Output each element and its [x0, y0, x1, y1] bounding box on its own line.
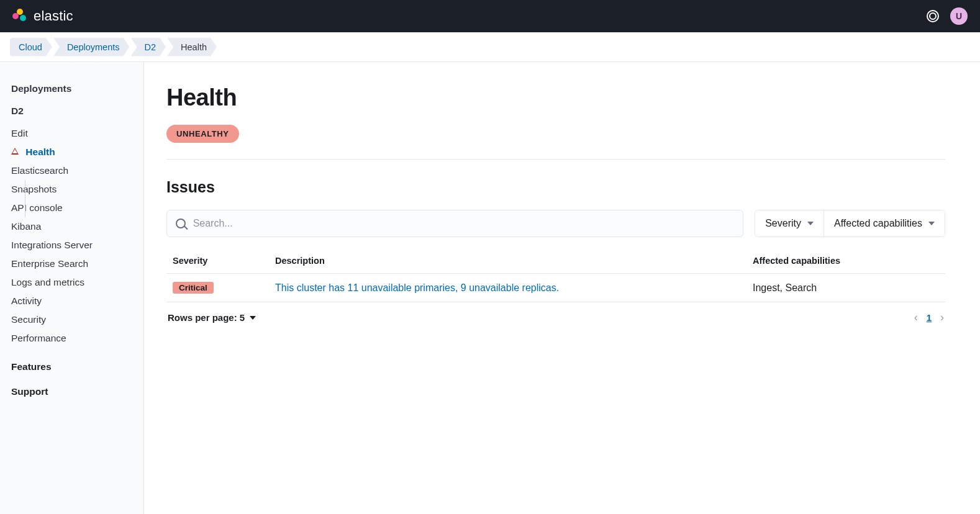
- col-description[interactable]: Description: [269, 248, 746, 274]
- sidebar-section-label: Features: [11, 361, 52, 372]
- sidebar-item-elasticsearch[interactable]: Elasticsearch: [11, 161, 132, 180]
- filter-label: Affected capabilities: [834, 218, 922, 229]
- user-avatar[interactable]: U: [950, 7, 968, 25]
- sidebar-item-label: Performance: [11, 333, 66, 343]
- sidebar-item-snapshots[interactable]: Snapshots: [11, 180, 132, 199]
- header-right: U: [927, 7, 968, 25]
- crumb-health: Health: [167, 38, 217, 56]
- col-capabilities[interactable]: Affected capabilities: [746, 248, 945, 274]
- brand-text: elastic: [34, 8, 73, 24]
- filter-capabilities[interactable]: Affected capabilities: [823, 210, 945, 237]
- pager-page-1[interactable]: 1: [927, 312, 932, 323]
- sidebar-item-kibana[interactable]: Kibana: [11, 217, 132, 236]
- sidebar-item-label: Elasticsearch: [11, 165, 68, 176]
- header-left: elastic: [12, 8, 73, 24]
- sidebar-item-logs-metrics[interactable]: Logs and metrics: [11, 273, 132, 292]
- sidebar-item-api-console[interactable]: API console: [11, 199, 132, 217]
- filter-group: Severity Affected capabilities: [755, 210, 945, 237]
- top-header: elastic U: [0, 0, 980, 32]
- status-badge: UNHEALTHY: [166, 125, 239, 143]
- sidebar-item-label: Security: [11, 314, 46, 325]
- col-severity[interactable]: Severity: [166, 248, 269, 274]
- severity-badge: Critical: [173, 282, 214, 294]
- crumb-deployments[interactable]: Deployments: [53, 38, 130, 56]
- sidebar-item-label: Enterprise Search: [11, 258, 88, 269]
- rows-per-page[interactable]: Rows per page: 5: [168, 312, 256, 323]
- main-content: Health UNHEALTHY Issues Severity Affecte…: [144, 62, 980, 514]
- sidebar-item-label: Integrations Server: [11, 240, 93, 250]
- sidebar-root-deployments[interactable]: Deployments: [11, 79, 132, 98]
- sidebar-item-label: Logs and metrics: [11, 277, 84, 287]
- sidebar-item-edit[interactable]: Edit: [11, 124, 132, 143]
- avatar-initial: U: [956, 11, 962, 21]
- sidebar-item-label: Health: [25, 147, 55, 157]
- crumb-cloud[interactable]: Cloud: [10, 38, 52, 56]
- cell-severity: Critical: [166, 274, 269, 302]
- help-icon[interactable]: [927, 10, 939, 22]
- sidebar-item-label: Snapshots: [11, 184, 57, 194]
- cell-capabilities: Ingest, Search: [746, 274, 945, 302]
- chevron-down-icon: [807, 222, 814, 225]
- pager: ‹ 1 ›: [914, 311, 944, 324]
- chevron-down-icon: [928, 222, 935, 225]
- chevron-down-icon: [250, 316, 256, 320]
- search-input[interactable]: [193, 218, 735, 229]
- sidebar-item-security[interactable]: Security: [11, 310, 132, 329]
- pagination-row: Rows per page: 5 ‹ 1 ›: [166, 302, 945, 333]
- filter-label: Severity: [765, 218, 801, 229]
- divider: [166, 159, 945, 160]
- sidebar: Deployments D2 Edit Health Elasticsearch…: [0, 62, 144, 514]
- sidebar-item-performance[interactable]: Performance: [11, 329, 132, 348]
- cell-description: This cluster has 11 unavailable primarie…: [269, 274, 746, 302]
- table-row: Critical This cluster has 11 unavailable…: [166, 274, 945, 302]
- table-header-row: Severity Description Affected capabiliti…: [166, 248, 945, 274]
- pager-next[interactable]: ›: [940, 311, 944, 324]
- sidebar-section-features[interactable]: Features: [11, 361, 132, 372]
- sidebar-item-activity[interactable]: Activity: [11, 292, 132, 310]
- crumb-d2[interactable]: D2: [131, 38, 166, 56]
- issues-heading: Issues: [166, 178, 945, 196]
- sidebar-item-label: Edit: [11, 128, 28, 138]
- issues-controls: Severity Affected capabilities: [166, 210, 945, 237]
- sidebar-item-label: Activity: [11, 295, 42, 306]
- issues-table: Severity Description Affected capabiliti…: [166, 248, 945, 302]
- sidebar-item-enterprise-search[interactable]: Enterprise Search: [11, 255, 132, 273]
- page-title: Health: [166, 84, 945, 111]
- filter-severity[interactable]: Severity: [755, 210, 823, 237]
- sidebar-section-label: Support: [11, 386, 48, 397]
- sidebar-section-support[interactable]: Support: [11, 386, 132, 397]
- sidebar-item-health[interactable]: Health: [11, 143, 132, 161]
- issue-description-link[interactable]: This cluster has 11 unavailable primarie…: [275, 282, 559, 293]
- sidebar-item-label: Kibana: [11, 221, 41, 232]
- elastic-logo-icon[interactable]: [12, 9, 27, 24]
- sidebar-deployment-name[interactable]: D2: [11, 102, 132, 120]
- warning-triangle-icon: [11, 148, 19, 155]
- search-icon: [176, 219, 186, 228]
- search-input-wrapper[interactable]: [166, 210, 743, 237]
- sidebar-item-integrations-server[interactable]: Integrations Server: [11, 236, 132, 255]
- sidebar-item-label: API console: [11, 202, 63, 213]
- pager-prev[interactable]: ‹: [914, 311, 918, 324]
- breadcrumb: Cloud Deployments D2 Health: [0, 32, 980, 62]
- rows-per-page-label: Rows per page: 5: [168, 312, 245, 323]
